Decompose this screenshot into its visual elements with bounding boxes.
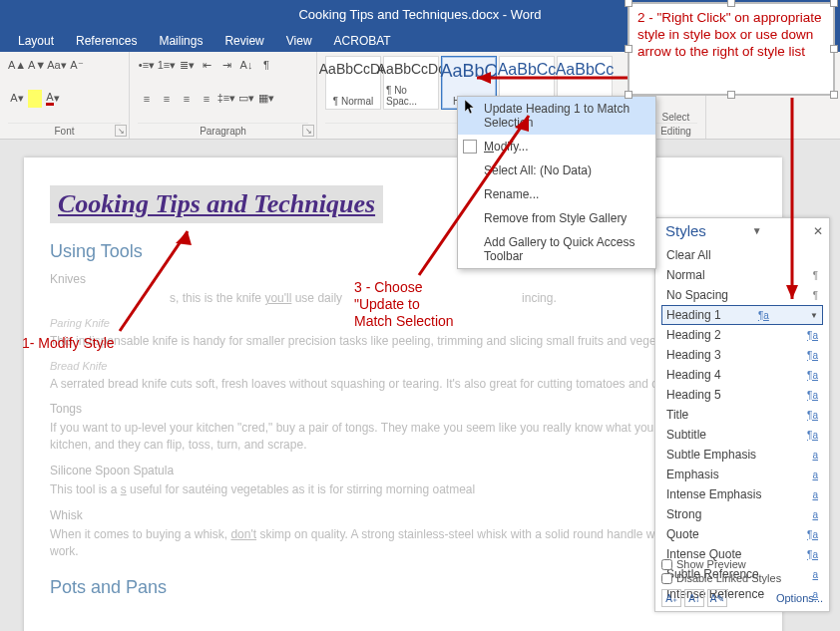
svg-marker-3	[515, 116, 529, 132]
annotation-1-text: 1- Modify Style	[22, 335, 115, 352]
annotation-2-box[interactable]: 2 - "Right Click" on appropriate style i…	[628, 2, 835, 96]
svg-marker-0	[176, 231, 192, 245]
svg-marker-1	[477, 72, 491, 84]
svg-marker-2	[786, 285, 798, 299]
cursor-icon	[465, 100, 477, 116]
annotation-3-text: 3 - Choose "Update to Match Selection	[354, 279, 454, 329]
annotation-2-text: 2 - "Right Click" on appropriate style i…	[637, 10, 821, 59]
